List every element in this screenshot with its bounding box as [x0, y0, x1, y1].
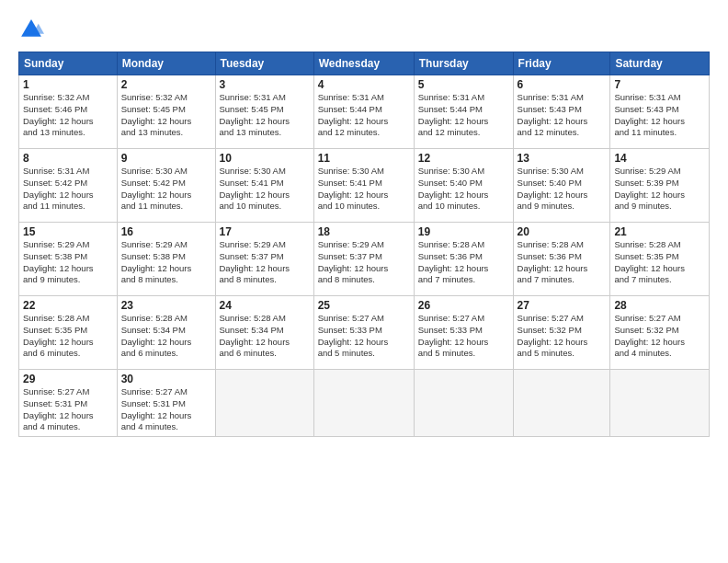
- day-number: 13: [518, 152, 607, 165]
- day-number: 7: [614, 78, 705, 91]
- calendar-header-row: SundayMondayTuesdayWednesdayThursdayFrid…: [19, 52, 710, 75]
- calendar-day-cell: [414, 370, 513, 437]
- day-detail: Sunrise: 5:31 AMSunset: 5:43 PMDaylight:…: [614, 92, 685, 137]
- weekday-header: Wednesday: [313, 52, 414, 75]
- header: [18, 17, 710, 42]
- calendar-day-cell: 19 Sunrise: 5:28 AMSunset: 5:36 PMDaylig…: [414, 223, 513, 296]
- day-detail: Sunrise: 5:32 AMSunset: 5:46 PMDaylight:…: [23, 92, 94, 137]
- day-detail: Sunrise: 5:27 AMSunset: 5:32 PMDaylight:…: [614, 313, 685, 358]
- day-detail: Sunrise: 5:30 AMSunset: 5:40 PMDaylight:…: [418, 166, 489, 211]
- day-number: 16: [121, 225, 211, 238]
- calendar-day-cell: 13 Sunrise: 5:30 AMSunset: 5:40 PMDaylig…: [513, 149, 610, 223]
- calendar-day-cell: 3 Sunrise: 5:31 AMSunset: 5:45 PMDayligh…: [215, 75, 313, 149]
- calendar-day-cell: 27 Sunrise: 5:27 AMSunset: 5:32 PMDaylig…: [513, 296, 610, 370]
- calendar-week-row: 15 Sunrise: 5:29 AMSunset: 5:38 PMDaylig…: [19, 223, 710, 296]
- calendar-day-cell: 25 Sunrise: 5:27 AMSunset: 5:33 PMDaylig…: [313, 296, 414, 370]
- day-number: 21: [614, 225, 705, 238]
- calendar-day-cell: 28 Sunrise: 5:27 AMSunset: 5:32 PMDaylig…: [610, 296, 710, 370]
- calendar-day-cell: 21 Sunrise: 5:28 AMSunset: 5:35 PMDaylig…: [610, 223, 710, 296]
- day-detail: Sunrise: 5:29 AMSunset: 5:38 PMDaylight:…: [23, 239, 94, 284]
- calendar-day-cell: 10 Sunrise: 5:30 AMSunset: 5:41 PMDaylig…: [215, 149, 313, 223]
- day-detail: Sunrise: 5:27 AMSunset: 5:31 PMDaylight:…: [121, 386, 192, 431]
- calendar-day-cell: 7 Sunrise: 5:31 AMSunset: 5:43 PMDayligh…: [610, 75, 710, 149]
- day-detail: Sunrise: 5:31 AMSunset: 5:45 PMDaylight:…: [220, 92, 290, 137]
- day-number: 23: [121, 299, 211, 312]
- calendar-week-row: 8 Sunrise: 5:31 AMSunset: 5:42 PMDayligh…: [19, 149, 710, 223]
- day-number: 24: [220, 299, 310, 312]
- calendar: SundayMondayTuesdayWednesdayThursdayFrid…: [18, 52, 710, 437]
- calendar-day-cell: 24 Sunrise: 5:28 AMSunset: 5:34 PMDaylig…: [215, 296, 313, 370]
- day-number: 4: [318, 78, 410, 91]
- weekday-header: Monday: [117, 52, 215, 75]
- day-detail: Sunrise: 5:30 AMSunset: 5:41 PMDaylight:…: [220, 166, 290, 211]
- day-number: 30: [121, 373, 211, 385]
- calendar-day-cell: 14 Sunrise: 5:29 AMSunset: 5:39 PMDaylig…: [610, 149, 710, 223]
- calendar-day-cell: 6 Sunrise: 5:31 AMSunset: 5:43 PMDayligh…: [513, 75, 610, 149]
- calendar-day-cell: 26 Sunrise: 5:27 AMSunset: 5:33 PMDaylig…: [414, 296, 513, 370]
- day-number: 19: [418, 225, 509, 238]
- day-number: 10: [220, 152, 310, 165]
- weekday-header: Saturday: [610, 52, 710, 75]
- calendar-day-cell: 16 Sunrise: 5:29 AMSunset: 5:38 PMDaylig…: [117, 223, 215, 296]
- calendar-day-cell: 1 Sunrise: 5:32 AMSunset: 5:46 PMDayligh…: [19, 75, 118, 149]
- weekday-header: Tuesday: [215, 52, 313, 75]
- day-detail: Sunrise: 5:29 AMSunset: 5:37 PMDaylight:…: [220, 239, 290, 284]
- day-detail: Sunrise: 5:32 AMSunset: 5:45 PMDaylight:…: [121, 92, 192, 137]
- day-number: 26: [418, 299, 509, 312]
- calendar-day-cell: [215, 370, 313, 437]
- day-number: 1: [23, 78, 113, 91]
- day-detail: Sunrise: 5:31 AMSunset: 5:44 PMDaylight:…: [418, 92, 489, 137]
- calendar-day-cell: 29 Sunrise: 5:27 AMSunset: 5:31 PMDaylig…: [19, 370, 118, 437]
- day-number: 29: [23, 373, 113, 385]
- calendar-day-cell: 2 Sunrise: 5:32 AMSunset: 5:45 PMDayligh…: [117, 75, 215, 149]
- day-number: 25: [318, 299, 410, 312]
- day-number: 12: [418, 152, 509, 165]
- calendar-day-cell: 12 Sunrise: 5:30 AMSunset: 5:40 PMDaylig…: [414, 149, 513, 223]
- calendar-day-cell: 18 Sunrise: 5:29 AMSunset: 5:37 PMDaylig…: [313, 223, 414, 296]
- page: SundayMondayTuesdayWednesdayThursdayFrid…: [0, 0, 728, 446]
- weekday-header: Sunday: [19, 52, 118, 75]
- calendar-day-cell: 23 Sunrise: 5:28 AMSunset: 5:34 PMDaylig…: [117, 296, 215, 370]
- day-detail: Sunrise: 5:27 AMSunset: 5:31 PMDaylight:…: [23, 386, 94, 431]
- calendar-week-row: 1 Sunrise: 5:32 AMSunset: 5:46 PMDayligh…: [19, 75, 710, 149]
- day-detail: Sunrise: 5:28 AMSunset: 5:34 PMDaylight:…: [121, 313, 192, 358]
- day-detail: Sunrise: 5:27 AMSunset: 5:33 PMDaylight:…: [318, 313, 389, 358]
- day-detail: Sunrise: 5:31 AMSunset: 5:43 PMDaylight:…: [518, 92, 588, 137]
- day-detail: Sunrise: 5:28 AMSunset: 5:34 PMDaylight:…: [220, 313, 290, 358]
- day-number: 2: [121, 78, 211, 91]
- day-number: 17: [220, 225, 310, 238]
- day-detail: Sunrise: 5:31 AMSunset: 5:44 PMDaylight:…: [318, 92, 389, 137]
- day-number: 9: [121, 152, 211, 165]
- day-detail: Sunrise: 5:29 AMSunset: 5:37 PMDaylight:…: [318, 239, 389, 284]
- calendar-day-cell: 5 Sunrise: 5:31 AMSunset: 5:44 PMDayligh…: [414, 75, 513, 149]
- calendar-day-cell: 8 Sunrise: 5:31 AMSunset: 5:42 PMDayligh…: [19, 149, 118, 223]
- day-number: 20: [518, 225, 607, 238]
- day-detail: Sunrise: 5:29 AMSunset: 5:38 PMDaylight:…: [121, 239, 192, 284]
- day-number: 22: [23, 299, 113, 312]
- day-number: 5: [418, 78, 509, 91]
- day-detail: Sunrise: 5:30 AMSunset: 5:40 PMDaylight:…: [518, 166, 588, 211]
- logo-icon: [18, 17, 44, 42]
- day-detail: Sunrise: 5:30 AMSunset: 5:42 PMDaylight:…: [121, 166, 192, 211]
- weekday-header: Friday: [513, 52, 610, 75]
- day-detail: Sunrise: 5:28 AMSunset: 5:36 PMDaylight:…: [418, 239, 489, 284]
- day-detail: Sunrise: 5:27 AMSunset: 5:32 PMDaylight:…: [518, 313, 588, 358]
- calendar-day-cell: 4 Sunrise: 5:31 AMSunset: 5:44 PMDayligh…: [313, 75, 414, 149]
- logo: [18, 17, 48, 42]
- calendar-day-cell: 20 Sunrise: 5:28 AMSunset: 5:36 PMDaylig…: [513, 223, 610, 296]
- day-number: 14: [614, 152, 705, 165]
- day-detail: Sunrise: 5:30 AMSunset: 5:41 PMDaylight:…: [318, 166, 389, 211]
- calendar-day-cell: 15 Sunrise: 5:29 AMSunset: 5:38 PMDaylig…: [19, 223, 118, 296]
- day-detail: Sunrise: 5:27 AMSunset: 5:33 PMDaylight:…: [418, 313, 489, 358]
- day-detail: Sunrise: 5:29 AMSunset: 5:39 PMDaylight:…: [614, 166, 685, 211]
- calendar-day-cell: 22 Sunrise: 5:28 AMSunset: 5:35 PMDaylig…: [19, 296, 118, 370]
- weekday-header: Thursday: [414, 52, 513, 75]
- calendar-day-cell: 30 Sunrise: 5:27 AMSunset: 5:31 PMDaylig…: [117, 370, 215, 437]
- day-detail: Sunrise: 5:28 AMSunset: 5:35 PMDaylight:…: [614, 239, 685, 284]
- day-number: 6: [518, 78, 607, 91]
- day-number: 28: [614, 299, 705, 312]
- calendar-day-cell: [610, 370, 710, 437]
- day-number: 18: [318, 225, 410, 238]
- calendar-day-cell: [313, 370, 414, 437]
- calendar-week-row: 22 Sunrise: 5:28 AMSunset: 5:35 PMDaylig…: [19, 296, 710, 370]
